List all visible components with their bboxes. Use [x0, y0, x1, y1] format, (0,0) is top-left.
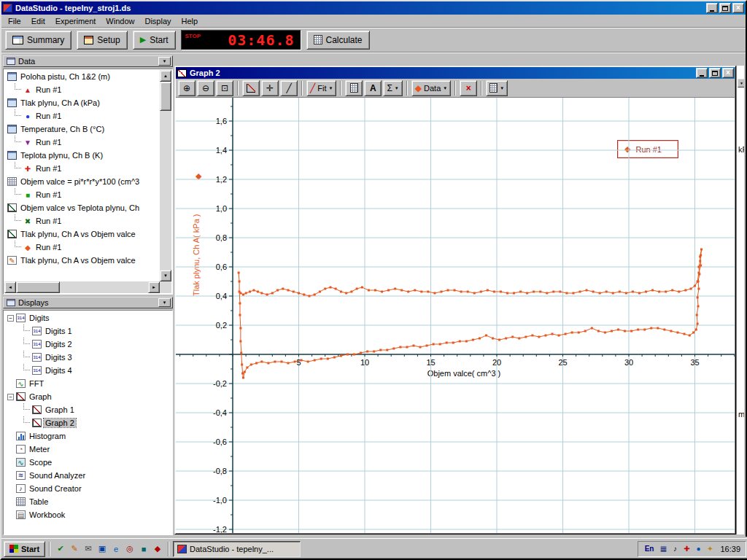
run-item[interactable]: ◆Run #1 [4, 241, 160, 254]
data-source-item[interactable]: Objem valce = pi*r*r*y*100 (cm^3 [4, 175, 160, 188]
run-item[interactable]: ✚Run #1 [4, 162, 160, 175]
display-item-digits[interactable]: −Digits [4, 311, 171, 324]
tray-icon-2[interactable]: ♪ [670, 545, 680, 553]
quicklaunch-icon-8[interactable]: ◆ [151, 542, 164, 556]
close-button[interactable]: × [732, 3, 744, 13]
data-source-item[interactable]: Temperature, Ch B (°C) [4, 122, 160, 136]
start-menu-button[interactable]: Start [4, 541, 45, 557]
run-item[interactable]: ▲Run #1 [4, 83, 160, 96]
menu-item-file[interactable]: File [3, 15, 26, 27]
tree-expander[interactable]: − [7, 315, 14, 322]
graph-window-titlebar[interactable]: Graph 2 × [176, 67, 735, 79]
quicklaunch-icon-1[interactable]: ✔ [54, 542, 67, 556]
data-source-item[interactable]: Tlak plynu, Ch A vs Objem valce [4, 254, 160, 267]
data-source-item[interactable]: Poloha pistu, Ch 1&2 (m) [4, 70, 160, 83]
tree-expander[interactable]: − [7, 394, 14, 400]
display-item-graph[interactable]: −Graph [4, 390, 171, 403]
data-tree-hscrollbar[interactable]: ◄ ► [4, 281, 160, 293]
quicklaunch-icon-4[interactable]: ▣ [96, 542, 109, 556]
displays-panel-header: Displays ▼ [3, 297, 173, 308]
menu-item-edit[interactable]: Edit [26, 15, 50, 27]
quicklaunch-icon-6[interactable]: ◎ [123, 542, 136, 556]
run-item[interactable]: ■Run #1 [4, 188, 160, 201]
slope-tool-button[interactable]: ╱ [280, 80, 298, 96]
display-item-workbook[interactable]: Workbook [4, 508, 171, 521]
chart-canvas[interactable]: 1,61,41,21,00,80,60,40,2-0,2-0,4-0,6-0,8… [176, 98, 735, 533]
chart-plot-area[interactable]: ◆ Tlak plynu, Ch A( kPa ) Objem valce( c… [176, 98, 735, 533]
menu-item-window[interactable]: Window [101, 15, 139, 27]
tray-icon-1[interactable]: ▦ [658, 545, 668, 553]
display-item-histogram[interactable]: Histogram [4, 429, 171, 443]
run-item[interactable]: ●Run #1 [4, 109, 160, 122]
display-item-meter[interactable]: Meter [4, 443, 171, 456]
data-source-item[interactable]: Objem valce vs Teplota plynu, Ch [4, 201, 160, 214]
display-item-fft[interactable]: FFT [4, 377, 171, 390]
text-tool-button[interactable]: A [364, 80, 382, 96]
fit-menu-button[interactable]: ╱Fit▼ [306, 80, 336, 96]
language-indicator[interactable]: En [643, 544, 656, 553]
scroll-right-button[interactable]: ► [148, 281, 160, 293]
tree-item-label: Objem valce vs Teplota plynu, Ch [19, 203, 141, 212]
taskbar-clock[interactable]: 16:39 [720, 545, 740, 553]
display-item-graph-1[interactable]: Graph 1 [4, 403, 171, 416]
graph-minimize-button[interactable] [696, 68, 708, 78]
display-item-sound-creator[interactable]: Sound Creator [4, 482, 171, 495]
scroll-down-button[interactable]: ▼ [160, 270, 171, 281]
quicklaunch-icon-7[interactable]: ■ [137, 542, 150, 556]
tray-icon-3[interactable]: ✚ [681, 545, 692, 553]
graph-window-icon[interactable] [177, 69, 187, 77]
data-source-item[interactable]: Teplota plynu, Ch B (K) [4, 149, 160, 162]
tree-item-label: Run #1 [34, 243, 63, 252]
run-item[interactable]: ▼Run #1 [4, 136, 160, 149]
remove-button[interactable]: × [460, 80, 477, 96]
quicklaunch-icon-2[interactable]: ✎ [68, 542, 81, 556]
calculate-button[interactable]: Calculate [306, 31, 370, 50]
scroll-up-button[interactable]: ▲ [160, 70, 171, 82]
zoom-select-button[interactable]: ⊡ [216, 80, 233, 96]
tray-icon-4[interactable]: ● [693, 545, 703, 553]
data-source-item[interactable]: Tlak plynu, Ch A (kPa) [4, 96, 160, 109]
zoom-in-button[interactable]: ⊕ [178, 80, 196, 96]
statistics-button[interactable]: Σ▼ [383, 80, 402, 96]
display-item-digits-2[interactable]: Digits 2 [4, 338, 171, 351]
display-item-graph-2[interactable]: Graph 2 [4, 416, 171, 429]
vscroll-thumb[interactable] [160, 82, 171, 111]
menu-item-experiment[interactable]: Experiment [50, 15, 101, 27]
data-panel-menu-button[interactable]: ▼ [158, 57, 171, 66]
background-window-button[interactable]: ▼ [738, 79, 744, 88]
menu-item-display[interactable]: Display [139, 15, 176, 27]
minimize-button[interactable] [706, 3, 718, 13]
scale-to-fit-icon [247, 84, 255, 93]
start-button[interactable]: ▶ Start [133, 31, 176, 50]
scale-to-fit-button[interactable] [242, 80, 260, 96]
quicklaunch-icon-5[interactable]: e [109, 542, 123, 556]
menu-item-help[interactable]: Help [177, 15, 204, 27]
display-item-table[interactable]: Table [4, 495, 171, 508]
displays-panel-menu-button[interactable]: ▼ [158, 298, 171, 307]
task-button-datastudio[interactable]: DataStudio - tepelny_... [173, 541, 301, 557]
setup-button[interactable]: Setup [77, 31, 127, 50]
run-item[interactable]: ✖Run #1 [4, 214, 160, 228]
summary-button[interactable]: Summary [5, 31, 71, 50]
scroll-left-button[interactable]: ◄ [4, 281, 16, 293]
hscroll-thumb[interactable] [16, 281, 60, 293]
tray-icon-5[interactable]: ✦ [705, 545, 715, 553]
data-source-item[interactable]: Tlak plynu, Ch A vs Objem valce [4, 228, 160, 241]
display-item-digits-1[interactable]: Digits 1 [4, 324, 171, 338]
maximize-button[interactable] [719, 3, 731, 13]
calculator-button[interactable] [345, 80, 363, 96]
quicklaunch-icon-3[interactable]: ✉ [82, 542, 95, 556]
settings-button[interactable]: ▼ [486, 80, 508, 96]
graph-maximize-button[interactable] [709, 68, 721, 78]
data-menu-button[interactable]: ◆Data▼ [411, 80, 451, 96]
display-item-scope[interactable]: Scope [4, 456, 171, 469]
display-item-sound-analyzer[interactable]: Sound Analyzer [4, 469, 171, 482]
smart-tool-button[interactable]: ✛ [261, 80, 279, 96]
app-icon[interactable] [3, 4, 12, 12]
zoom-out-button[interactable]: ⊖ [197, 80, 214, 96]
data-panel-icon [7, 58, 15, 65]
display-item-digits-3[interactable]: Digits 3 [4, 351, 171, 364]
display-item-digits-4[interactable]: Digits 4 [4, 364, 171, 377]
data-tree-vscrollbar[interactable]: ▲ ▼ [160, 70, 171, 281]
graph-close-button[interactable]: × [722, 68, 734, 78]
